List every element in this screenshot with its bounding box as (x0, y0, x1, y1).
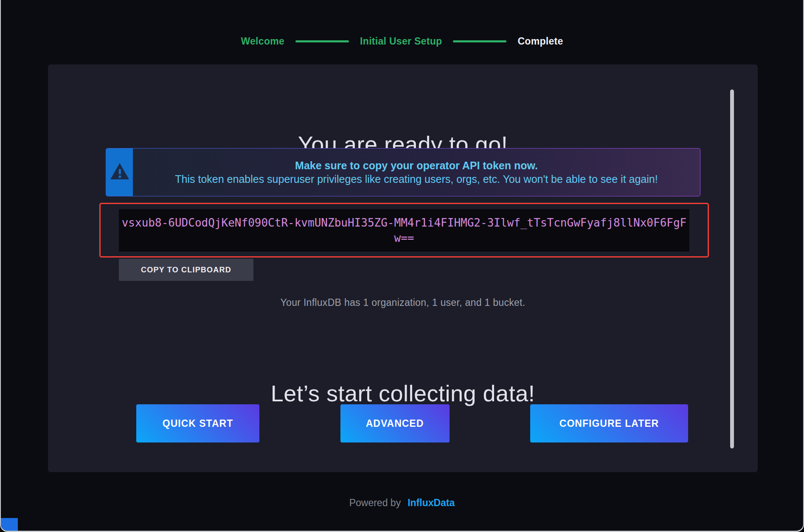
setup-summary-text: Your InfluxDB has 1 organization, 1 user… (48, 297, 758, 308)
setup-stepper: Welcome Initial User Setup Complete (1, 36, 803, 47)
quick-start-button[interactable]: QUICK START (136, 404, 259, 442)
configure-later-button[interactable]: CONFIGURE LATER (530, 404, 688, 442)
powered-by-label: Powered by (349, 497, 401, 509)
stepper-step-welcome[interactable]: Welcome (241, 36, 284, 47)
token-highlight-box: vsxub8-6UDCodQjKeNf090CtR-kvmUNZbuHI35ZG… (99, 203, 709, 258)
app-window: Welcome Initial User Setup Complete You … (0, 0, 804, 532)
advanced-button[interactable]: ADVANCED (340, 404, 450, 442)
warning-triangle-icon (110, 161, 130, 183)
collect-data-title: Let’s start collecting data! (48, 380, 758, 406)
token-warning-banner: Make sure to copy your operator API toke… (106, 148, 700, 196)
influxdata-link[interactable]: InfluxData (408, 497, 455, 509)
warning-body: This token enables superuser privileges … (146, 173, 687, 185)
warning-icon-box (106, 148, 133, 196)
copy-to-clipboard-button[interactable]: COPY TO CLIPBOARD (119, 259, 253, 281)
stepper-connector (295, 40, 349, 42)
bottom-left-blue-element (1, 518, 18, 531)
stepper-connector (453, 40, 506, 42)
footer: Powered by InfluxData (1, 497, 803, 509)
warning-title: Make sure to copy your operator API toke… (146, 160, 687, 172)
api-token-value: vsxub8-6UDCodQjKeNf090CtR-kvmUNZbuHI35ZG… (119, 209, 689, 252)
stepper-step-complete[interactable]: Complete (517, 36, 563, 47)
stepper-step-initial-user-setup[interactable]: Initial User Setup (360, 36, 442, 47)
scrollbar-thumb[interactable] (730, 90, 734, 448)
completion-panel: You are ready to go! Make sure to copy y… (48, 64, 758, 472)
next-step-actions: QUICK START ADVANCED CONFIGURE LATER (136, 404, 688, 442)
